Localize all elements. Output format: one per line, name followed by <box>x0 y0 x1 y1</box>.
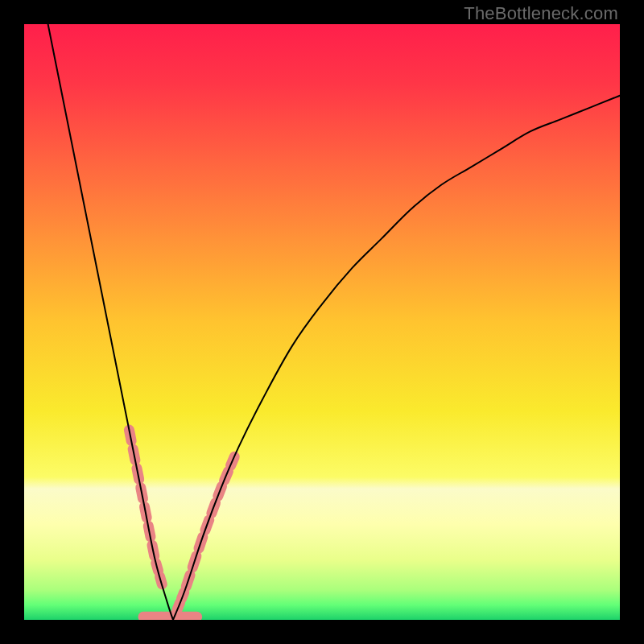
plot-area <box>24 24 620 620</box>
chart-frame: TheBottleneck.com <box>0 0 644 644</box>
svg-rect-0 <box>24 24 620 620</box>
watermark-text: TheBottleneck.com <box>464 3 618 24</box>
background-gradient <box>24 24 620 620</box>
